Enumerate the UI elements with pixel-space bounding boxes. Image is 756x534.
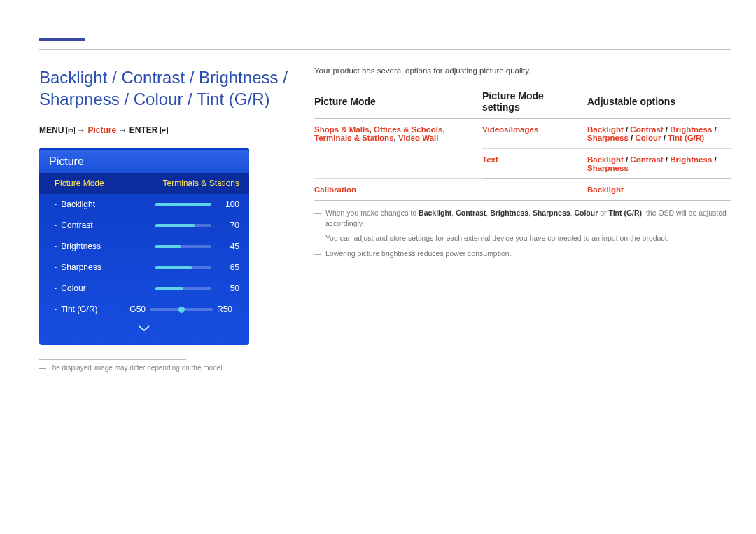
right-column: Your product has several options for adj… — [314, 66, 732, 372]
osd-sharpness-label: Sharpness — [55, 262, 155, 272]
cell-setting: Text — [482, 149, 587, 179]
th-adjustable: Adjustable options — [587, 86, 732, 119]
enter-label: ENTER — [130, 125, 158, 135]
page-title: Backlight / Contrast / Brightness / Shar… — [39, 66, 288, 110]
table-row: Shops & Malls, Offices & Schools, Termin… — [314, 119, 732, 149]
osd-tint-g: G50 — [123, 304, 146, 314]
cell-modes: Calibration — [314, 179, 482, 201]
osd-brightness-value: 45 — [218, 241, 239, 251]
osd-tint-slider[interactable] — [150, 308, 213, 311]
osd-title: Picture — [39, 150, 249, 173]
th-settings: Picture Mode settings — [482, 86, 587, 119]
menu-picture: Picture — [88, 125, 116, 135]
osd-picture-mode-label: Picture Mode — [55, 178, 148, 188]
note-2: You can adjust and store settings for ea… — [314, 233, 732, 244]
chevron-down-icon — [138, 324, 150, 332]
osd-contrast-label: Contrast — [55, 220, 155, 230]
footnote: ― The displayed image may differ dependi… — [39, 364, 288, 372]
osd-tint-row[interactable]: Tint (G/R) G50 R50 — [39, 299, 249, 320]
osd-contrast-value: 70 — [218, 220, 239, 230]
page-content: Backlight / Contrast / Brightness / Shar… — [0, 0, 756, 372]
osd-scroll-down[interactable] — [39, 320, 249, 338]
cell-setting — [482, 179, 587, 201]
osd-contrast-slider[interactable] — [155, 224, 211, 227]
osd-sharpness-row[interactable]: Sharpness 65 — [39, 257, 249, 278]
menu-label: MENU — [39, 125, 64, 135]
osd-panel: Picture Picture Mode Terminals & Station… — [39, 148, 249, 345]
osd-colour-slider[interactable] — [155, 287, 211, 290]
osd-picture-mode-row[interactable]: Picture Mode Terminals & Stations — [39, 173, 249, 194]
enter-icon: ↵ — [160, 127, 168, 134]
cell-options: Backlight / Contrast / Brightness / Shar… — [587, 149, 732, 179]
note-1: When you make changes to Backlight, Cont… — [314, 208, 732, 229]
footnote-divider — [39, 359, 186, 360]
osd-sharpness-slider[interactable] — [155, 266, 211, 269]
options-table: Picture Mode Picture Mode settings Adjus… — [314, 86, 732, 201]
notes-block: When you make changes to Backlight, Cont… — [314, 208, 732, 259]
menu-path: MENU ▭ → Picture → ENTER ↵ — [39, 125, 288, 135]
left-column: Backlight / Contrast / Brightness / Shar… — [39, 66, 288, 372]
th-picture-mode: Picture Mode — [314, 86, 482, 119]
osd-brightness-label: Brightness — [55, 241, 155, 251]
osd-colour-value: 50 — [218, 283, 239, 293]
osd-backlight-value: 100 — [218, 199, 239, 209]
menu-icon: ▭ — [66, 127, 75, 134]
intro-text: Your product has several options for adj… — [314, 66, 732, 75]
cell-options: Backlight / Contrast / Brightness / Shar… — [587, 119, 732, 149]
table-row: Calibration Backlight — [314, 179, 732, 201]
accent-bar — [39, 38, 85, 41]
cell-modes: Shops & Malls, Offices & Schools, Termin… — [314, 119, 482, 179]
osd-backlight-label: Backlight — [55, 199, 155, 209]
osd-brightness-slider[interactable] — [155, 245, 211, 248]
osd-colour-row[interactable]: Colour 50 — [39, 278, 249, 299]
osd-tint-r: R50 — [217, 304, 239, 314]
osd-backlight-row[interactable]: Backlight 100 — [39, 194, 249, 215]
cell-setting: Videos/Images — [482, 119, 587, 149]
osd-picture-mode-value: Terminals & Stations — [148, 178, 239, 188]
osd-sharpness-value: 65 — [218, 262, 239, 272]
cell-options: Backlight — [587, 179, 732, 201]
osd-backlight-slider[interactable] — [155, 203, 211, 206]
osd-brightness-row[interactable]: Brightness 45 — [39, 236, 249, 257]
top-divider — [39, 49, 732, 50]
note-3: Lowering picture brightness reduces powe… — [314, 248, 732, 259]
osd-colour-label: Colour — [55, 283, 155, 293]
osd-contrast-row[interactable]: Contrast 70 — [39, 215, 249, 236]
osd-tint-label: Tint (G/R) — [55, 304, 123, 314]
